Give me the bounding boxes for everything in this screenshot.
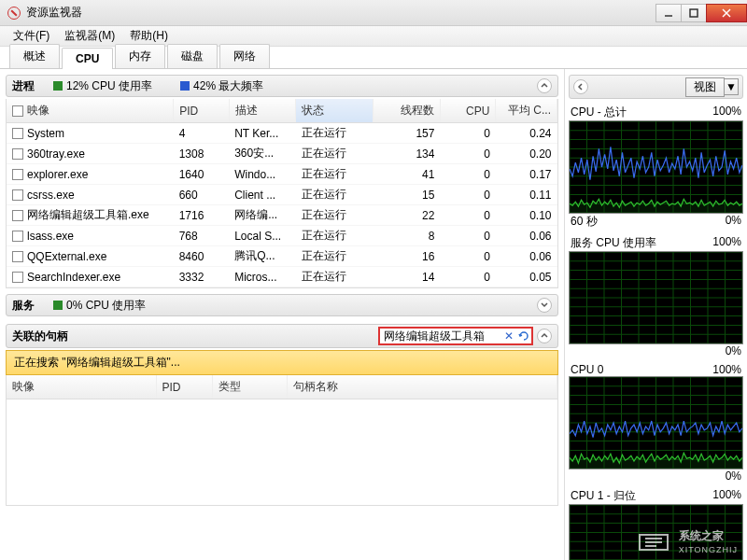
chart-canvas <box>569 251 743 344</box>
chart-min: 0% <box>726 344 741 357</box>
watermark: 系统之家XITONGZHIJ <box>638 528 738 554</box>
tab-memory[interactable]: 内存 <box>115 44 165 68</box>
processes-header[interactable]: 进程 12% CPU 使用率 42% 最大频率 <box>6 75 558 97</box>
hcol-name[interactable]: 句柄名称 <box>287 375 557 399</box>
processes-title: 进程 <box>12 78 35 94</box>
max-freq-swatch <box>180 81 190 91</box>
processes-collapse-button[interactable] <box>537 78 552 93</box>
view-button[interactable]: 视图 <box>685 77 725 97</box>
processes-metric-cpu: 12% CPU 使用率 <box>53 78 152 94</box>
search-refresh-icon[interactable] <box>516 330 531 342</box>
app-icon <box>7 7 21 20</box>
col-pid[interactable]: PID <box>174 99 230 123</box>
clear-search-icon[interactable]: ✕ <box>501 329 516 343</box>
handles-search-input[interactable] <box>380 329 501 343</box>
hcol-pid[interactable]: PID <box>156 375 212 399</box>
chart-title: CPU - 总计 <box>571 105 627 120</box>
chart-title: CPU 1 - 归位 <box>571 488 636 504</box>
col-threads[interactable]: 线程数 <box>374 99 440 123</box>
view-dropdown-icon[interactable]: ▼ <box>724 78 739 95</box>
handles-title: 关联的句柄 <box>12 329 68 344</box>
handles-search-box: ✕ <box>378 327 533 345</box>
table-row[interactable]: 360tray.exe1308360安...正在运行13400.20 <box>7 144 557 164</box>
row-checkbox[interactable] <box>12 231 23 242</box>
row-checkbox[interactable] <box>12 169 23 180</box>
table-row[interactable]: QQExternal.exe8460腾讯Q...正在运行1600.06 <box>7 246 557 267</box>
close-button[interactable] <box>706 4 747 22</box>
row-checkbox[interactable] <box>12 251 23 262</box>
chart-max: 100% <box>712 363 741 376</box>
hcol-type[interactable]: 类型 <box>212 375 287 399</box>
hcol-image[interactable]: 映像 <box>7 375 156 399</box>
handles-collapse-button[interactable] <box>537 329 552 343</box>
handles-search-status: 正在搜索 "网络编辑超级工具箱"... <box>6 350 558 375</box>
processes-table: 映像 PID 描述 状态 线程数 CPU 平均 C... System4NT K… <box>6 99 558 288</box>
tab-overview[interactable]: 概述 <box>9 44 60 68</box>
chart-block: CPU - 总计100% 60 秒0% <box>569 105 743 230</box>
chart-xlabel: 60 秒 <box>571 214 598 230</box>
tab-cpu[interactable]: CPU <box>62 48 113 69</box>
minimize-button[interactable] <box>655 4 682 22</box>
row-checkbox[interactable] <box>12 210 23 221</box>
services-title: 服务 <box>12 298 35 314</box>
handles-table: 映像 PID 类型 句柄名称 <box>6 375 558 506</box>
watermark-logo-icon <box>638 529 675 553</box>
chart-canvas <box>569 376 743 469</box>
row-checkbox[interactable] <box>12 189 23 201</box>
menu-file[interactable]: 文件(F) <box>6 26 57 46</box>
row-checkbox[interactable] <box>12 128 23 139</box>
row-checkbox[interactable] <box>12 272 23 283</box>
services-header[interactable]: 服务 0% CPU 使用率 <box>6 294 558 316</box>
chart-max: 100% <box>712 488 741 504</box>
window-title: 资源监视器 <box>26 5 82 21</box>
services-swatch <box>53 301 63 310</box>
table-row[interactable]: csrss.exe660Client ...正在运行1500.11 <box>7 185 557 205</box>
chart-canvas <box>569 120 743 214</box>
chart-min: 0% <box>726 214 741 230</box>
view-toolbar: 视图 ▼ <box>569 75 743 99</box>
table-row[interactable]: System4NT Ker...正在运行15700.24 <box>7 123 557 144</box>
table-row[interactable]: SearchIndexer.exe3332Micros...正在运行1400.0… <box>7 267 557 287</box>
svg-rect-1 <box>690 9 698 17</box>
tab-disk[interactable]: 磁盘 <box>167 44 218 68</box>
watermark-text: 系统之家XITONGZHIJ <box>679 528 738 554</box>
title-bar: 资源监视器 <box>0 0 747 26</box>
menu-monitor[interactable]: 监视器(M) <box>57 26 122 46</box>
select-all-checkbox[interactable] <box>12 105 23 117</box>
menu-help[interactable]: 帮助(H) <box>122 26 176 46</box>
services-metric: 0% CPU 使用率 <box>53 298 146 314</box>
chart-block: 服务 CPU 使用率100% 0% <box>569 235 743 357</box>
table-row[interactable]: lsass.exe768Local S...正在运行800.06 <box>7 226 557 246</box>
chart-min: 0% <box>726 469 741 483</box>
chart-block: CPU 0100% 0% <box>569 363 743 483</box>
panel-collapse-icon[interactable] <box>573 79 588 94</box>
cpu-usage-swatch <box>53 81 63 91</box>
row-checkbox[interactable] <box>12 148 23 160</box>
menu-bar: 文件(F) 监视器(M) 帮助(H) <box>0 26 747 47</box>
tab-network[interactable]: 网络 <box>219 44 270 68</box>
tab-strip: 概述 CPU 内存 磁盘 网络 <box>0 47 747 69</box>
col-image[interactable]: 映像 <box>7 99 174 123</box>
maximize-button[interactable] <box>681 4 707 22</box>
col-desc[interactable]: 描述 <box>229 99 295 123</box>
table-row[interactable]: 网络编辑超级工具箱.exe1716网络编...正在运行2200.10 <box>7 205 557 226</box>
chart-max: 100% <box>712 105 741 120</box>
col-state[interactable]: 状态 <box>296 99 374 123</box>
services-expand-button[interactable] <box>537 298 552 313</box>
col-avg[interactable]: 平均 C... <box>496 99 557 123</box>
processes-metric-freq: 42% 最大频率 <box>180 78 263 94</box>
col-cpu[interactable]: CPU <box>440 99 496 123</box>
charts-panel: 视图 ▼ CPU - 总计100% 60 秒0% 服务 CPU 使用率100% … <box>564 69 747 560</box>
handles-header: 关联的句柄 ✕ <box>6 324 558 348</box>
chart-title: CPU 0 <box>571 363 603 376</box>
chart-max: 100% <box>712 235 741 251</box>
table-row[interactable]: explorer.exe1640Windo...正在运行4100.17 <box>7 164 557 185</box>
chart-title: 服务 CPU 使用率 <box>571 235 656 251</box>
